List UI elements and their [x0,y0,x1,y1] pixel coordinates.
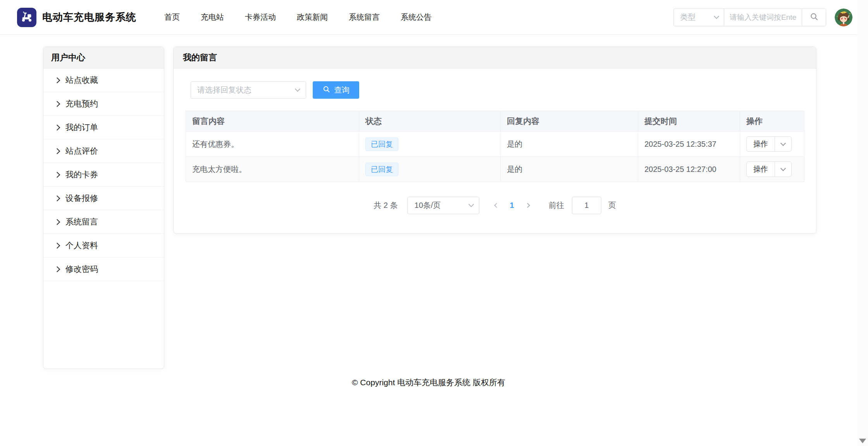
chevron-down-icon [780,165,786,171]
sidebar-item-label: 充电预约 [65,98,98,109]
pagination-total: 共 2 条 [374,200,398,211]
search-button[interactable] [802,9,826,26]
sidebar-item-label: 设备报修 [65,193,98,204]
chevron-down-icon [714,14,719,19]
page-size-select[interactable]: 10条/页 [407,197,479,214]
sidebar-item-label: 我的卡券 [65,169,98,180]
sidebar-item-label: 站点收藏 [65,75,98,86]
cell-reply: 是的 [501,132,638,157]
cell-content: 还有优惠券。 [186,132,359,157]
search-type-select[interactable]: 类型 [674,9,724,26]
sidebar-item-profile[interactable]: 个人资料 [43,234,164,257]
action-button[interactable]: 操作 [747,162,775,177]
page-number-1[interactable]: 1 [510,201,514,210]
action-button[interactable]: 操作 [747,137,775,151]
chevron-down-icon [780,140,786,146]
table-header-row: 留言内容 状态 回复内容 提交时间 操作 [186,111,804,132]
chevron-right-icon [54,148,60,154]
magnifier-icon [322,85,331,95]
cell-time: 2025-03-25 12:27:00 [638,157,740,182]
chevron-right-icon [54,219,60,225]
status-badge: 已回复 [365,163,398,176]
page-size-value: 10条/页 [415,200,441,211]
cell-time: 2025-03-25 12:35:37 [638,132,740,157]
nav-item-coupons[interactable]: 卡券活动 [245,12,276,22]
cell-status: 已回复 [359,157,501,182]
reply-status-placeholder: 请选择回复状态 [197,85,251,95]
sidebar-item-orders[interactable]: 我的订单 [43,116,164,139]
col-header-status: 状态 [359,111,501,132]
cell-action: 操作 [740,132,804,157]
cell-content: 充电太方便啦。 [186,157,359,182]
sidebar-item-coupons[interactable]: 我的卡券 [43,163,164,187]
table-row: 还有优惠券。 已回复 是的 2025-03-25 12:35:37 操作 [186,132,804,157]
action-split-button: 操作 [746,136,792,152]
goto-page-input[interactable] [572,197,601,214]
action-dropdown-toggle[interactable] [775,137,791,151]
query-button[interactable]: 查询 [313,81,359,99]
reply-status-select[interactable]: 请选择回复状态 [191,81,306,99]
sidebar-item-label: 系统留言 [65,216,98,227]
sidebar-item-label: 站点评价 [65,146,98,156]
search-group: 类型 [673,9,826,26]
nav-item-stations[interactable]: 充电站 [201,12,224,22]
nav-item-home[interactable]: 首页 [164,12,180,22]
col-header-time: 提交时间 [638,111,740,132]
query-button-label: 查询 [334,85,350,95]
chevron-right-icon [525,203,530,208]
filter-row: 请选择回复状态 查询 [191,81,804,99]
my-messages-panel: 我的留言 请选择回复状态 查询 [173,46,816,234]
user-center-sidebar: 用户中心 站点收藏 充电预约 我的订单 站点评价 我的卡券 设备报修 系统留言 [43,46,164,369]
action-dropdown-toggle[interactable] [775,162,791,177]
chevron-right-icon [54,124,60,130]
page-title: 电动车充电服务系统 [42,10,136,24]
col-header-content: 留言内容 [186,111,359,132]
chevron-right-icon [54,266,60,272]
cell-action: 操作 [740,157,804,182]
navbar: 电动车充电服务系统 首页 充电站 卡券活动 政策新闻 系统留言 系统公告 类型 [0,0,868,35]
goto-label: 前往 [549,200,564,211]
sidebar-item-password[interactable]: 修改密码 [43,257,164,281]
chevron-right-icon [54,101,60,107]
scrollbar[interactable] [857,0,868,446]
next-page-button[interactable] [526,204,529,207]
user-avatar[interactable] [835,9,852,26]
chevron-right-icon [54,195,60,201]
chevron-right-icon [54,77,60,83]
content-area: 用户中心 站点收藏 充电预约 我的订单 站点评价 我的卡券 设备报修 系统留言 [43,46,868,369]
messages-table: 留言内容 状态 回复内容 提交时间 操作 还有优惠券。 已回复 是的 2 [186,111,804,182]
sidebar-item-label: 修改密码 [65,264,98,274]
action-split-button: 操作 [746,161,792,177]
chevron-left-icon [494,203,499,208]
status-badge: 已回复 [365,137,398,151]
sidebar-item-favorites[interactable]: 站点收藏 [43,69,164,92]
col-header-reply: 回复内容 [501,111,638,132]
nav-item-messages[interactable]: 系统留言 [349,12,380,22]
sidebar-item-messages[interactable]: 系统留言 [43,210,164,234]
prev-page-button[interactable] [495,204,498,207]
scrollbar-down-arrow-icon[interactable] [859,439,866,443]
search-type-placeholder: 类型 [680,12,696,22]
cartoon-girl-avatar-icon [835,21,852,26]
chevron-right-icon [54,172,60,178]
main-nav: 首页 充电站 卡券活动 政策新闻 系统留言 系统公告 [164,12,432,22]
scooter-icon [20,10,33,25]
brand-logo[interactable] [17,8,36,27]
cell-status: 已回复 [359,132,501,157]
panel-body: 请选择回复状态 查询 [174,69,816,233]
sidebar-item-label: 个人资料 [65,240,98,251]
chevron-right-icon [54,242,60,249]
copyright-footer: © Copyright 电动车充电服务系统 版权所有 [0,377,857,388]
chevron-down-icon [295,86,300,92]
pagination: 共 2 条 10条/页 1 前往 页 [186,197,804,214]
panel-title: 我的留言 [174,47,816,69]
sidebar-item-reviews[interactable]: 站点评价 [43,139,164,163]
nav-item-news[interactable]: 政策新闻 [297,12,328,22]
col-header-action: 操作 [740,111,804,132]
sidebar-item-repairs[interactable]: 设备报修 [43,187,164,210]
search-input[interactable] [724,9,802,26]
page-unit-label: 页 [608,200,616,211]
sidebar-item-reservations[interactable]: 充电预约 [43,92,164,116]
nav-item-notices[interactable]: 系统公告 [401,12,432,22]
magnifier-icon [809,12,819,22]
